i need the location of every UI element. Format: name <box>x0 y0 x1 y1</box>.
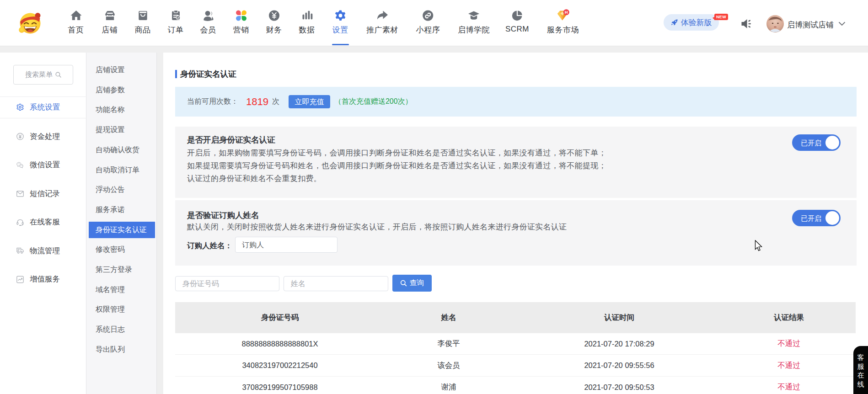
svg-text:H: H <box>565 10 568 15</box>
